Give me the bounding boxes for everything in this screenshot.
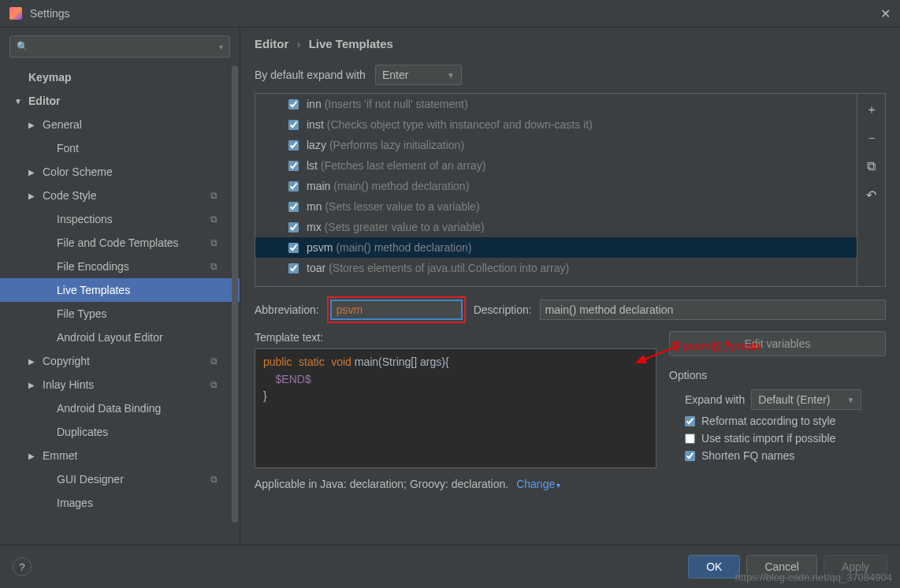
change-link[interactable]: Change▾ bbox=[516, 478, 560, 490]
templates-container: inn (Inserts 'if not null' statement)ins… bbox=[255, 93, 886, 287]
template-abbr: lazy bbox=[307, 139, 326, 151]
copy-icon: ⧉ bbox=[210, 379, 218, 390]
expand-label: By default expand with bbox=[255, 69, 366, 81]
ok-button[interactable]: OK bbox=[688, 555, 740, 579]
expand-with-value: Default (Enter) bbox=[758, 393, 830, 406]
close-icon[interactable]: ✕ bbox=[880, 6, 891, 21]
template-desc: (Fetches last element of an array) bbox=[321, 159, 485, 172]
sidebar-item-live-templates[interactable]: Live Templates bbox=[0, 278, 240, 302]
sidebar-item-file-types[interactable]: File Types bbox=[0, 302, 240, 326]
sidebar-item-color-scheme[interactable]: Color Scheme bbox=[0, 160, 240, 184]
sidebar-item-inspections[interactable]: Inspections⧉ bbox=[0, 207, 240, 231]
reformat-checkbox[interactable] bbox=[685, 416, 695, 426]
template-desc: (main() method declaration) bbox=[336, 241, 471, 254]
opt-static-import[interactable]: Use static import if possible bbox=[669, 432, 886, 445]
template-abbr: inst bbox=[307, 118, 324, 131]
template-checkbox[interactable] bbox=[288, 99, 299, 110]
expand-with-select[interactable]: Default (Enter) ▼ bbox=[751, 389, 861, 410]
app-logo-icon bbox=[9, 7, 22, 20]
main-panel: Editor › Live Templates By default expan… bbox=[240, 28, 900, 545]
template-checkbox[interactable] bbox=[288, 120, 299, 130]
edit-area: Abbreviation: Description: Template text… bbox=[255, 296, 886, 490]
static-import-checkbox[interactable] bbox=[685, 434, 695, 444]
sidebar-item-images[interactable]: Images bbox=[0, 491, 240, 515]
shorten-fq-checkbox[interactable] bbox=[685, 451, 695, 461]
tree-item-label: GUI Designer bbox=[57, 473, 124, 486]
copy-icon: ⧉ bbox=[210, 261, 218, 272]
template-abbr: inn bbox=[307, 98, 322, 110]
template-checkbox[interactable] bbox=[288, 222, 299, 233]
sidebar-item-editor[interactable]: Editor bbox=[0, 89, 240, 113]
template-checkbox[interactable] bbox=[288, 243, 299, 253]
tree-item-label: Font bbox=[57, 142, 79, 154]
template-row-mx[interactable]: mx (Sets greater value to a variable) bbox=[255, 217, 857, 237]
template-desc: (Sets lesser value to a variable) bbox=[325, 200, 479, 213]
tree-arrow-icon bbox=[28, 121, 39, 129]
template-abbr: lst bbox=[307, 159, 318, 172]
tree-item-label: General bbox=[43, 118, 82, 131]
template-row-mn[interactable]: mn (Sets lesser value to a variable) bbox=[255, 196, 857, 217]
template-row-inn[interactable]: inn (Inserts 'if not null' statement) bbox=[255, 94, 857, 114]
abbr-input[interactable] bbox=[330, 300, 463, 320]
desc-input[interactable] bbox=[540, 300, 886, 320]
template-abbr: mn bbox=[307, 200, 322, 213]
copy-icon: ⧉ bbox=[210, 237, 218, 248]
template-checkbox[interactable] bbox=[288, 263, 299, 274]
options-title: Options bbox=[669, 369, 886, 381]
copy-icon: ⧉ bbox=[210, 214, 218, 225]
template-code[interactable]: public static void main(String[] args){ … bbox=[255, 348, 656, 468]
tree-item-label: Inlay Hints bbox=[43, 378, 94, 391]
remove-icon[interactable]: － bbox=[862, 128, 881, 147]
sidebar-item-emmet[interactable]: Emmet bbox=[0, 444, 240, 467]
add-icon[interactable]: ＋ bbox=[862, 100, 881, 119]
template-desc: (main() method declaration) bbox=[333, 180, 469, 192]
sidebar-item-android-data-binding[interactable]: Android Data Binding bbox=[0, 396, 240, 420]
sidebar-item-font[interactable]: Font bbox=[0, 136, 240, 160]
tree-item-label: Inspections bbox=[57, 213, 113, 225]
sidebar-item-copyright[interactable]: Copyright⧉ bbox=[0, 349, 240, 373]
sidebar-item-file-encodings[interactable]: File Encodings⧉ bbox=[0, 255, 240, 278]
sidebar-item-gui-designer[interactable]: GUI Designer⧉ bbox=[0, 467, 240, 491]
window-title: Settings bbox=[30, 7, 70, 20]
expand-select[interactable]: Enter ▼ bbox=[375, 65, 462, 85]
template-row-lazy[interactable]: lazy (Performs lazy initialization) bbox=[255, 135, 857, 155]
sidebar-item-inlay-hints[interactable]: Inlay Hints⧉ bbox=[0, 373, 240, 396]
tree-item-label: Android Data Binding bbox=[57, 402, 161, 415]
undo-icon[interactable]: ↶ bbox=[862, 185, 881, 204]
tree-arrow-icon bbox=[28, 381, 39, 389]
tree-item-label: Duplicates bbox=[57, 426, 108, 438]
template-checkbox[interactable] bbox=[288, 202, 299, 212]
help-button[interactable]: ? bbox=[13, 557, 32, 576]
sidebar-item-duplicates[interactable]: Duplicates bbox=[0, 420, 240, 444]
opt-shorten-fq[interactable]: Shorten FQ names bbox=[669, 449, 886, 462]
breadcrumb-live-templates: Live Templates bbox=[309, 37, 393, 50]
search-input[interactable]: 🔍 ▾ bbox=[9, 35, 230, 58]
template-row-main[interactable]: main (main() method declaration) bbox=[255, 176, 857, 196]
tree-arrow-icon bbox=[14, 97, 25, 106]
sidebar-item-code-style[interactable]: Code Style⧉ bbox=[0, 184, 240, 207]
template-row-lst[interactable]: lst (Fetches last element of an array) bbox=[255, 155, 857, 176]
copy-icon[interactable]: ⧉ bbox=[862, 157, 881, 176]
sidebar-item-general[interactable]: General bbox=[0, 113, 240, 136]
sidebar-item-keymap[interactable]: Keymap bbox=[0, 65, 240, 89]
template-checkbox[interactable] bbox=[288, 161, 299, 171]
tree-item-label: Emmet bbox=[43, 449, 77, 462]
search-field[interactable] bbox=[32, 41, 219, 53]
sidebar-item-android-layout-editor[interactable]: Android Layout Editor bbox=[0, 326, 240, 349]
chevron-down-icon: ▼ bbox=[447, 71, 455, 80]
applicable-text: Applicable in Java: declaration; Groovy:… bbox=[255, 478, 508, 490]
scrollbar[interactable] bbox=[232, 65, 238, 523]
copy-icon: ⧉ bbox=[210, 474, 218, 485]
template-row-toar[interactable]: toar (Stores elements of java.util.Colle… bbox=[255, 258, 857, 278]
template-checkbox[interactable] bbox=[288, 181, 299, 192]
title-bar: Settings ✕ bbox=[0, 0, 900, 28]
tree-item-label: File and Code Templates bbox=[57, 236, 179, 249]
template-row-psvm[interactable]: psvm (main() method declaration) bbox=[255, 237, 857, 258]
tree-item-label: Copyright bbox=[43, 355, 90, 367]
template-desc: (Stores elements of java.util.Collection… bbox=[329, 262, 569, 274]
sidebar-item-file-and-code-templates[interactable]: File and Code Templates⧉ bbox=[0, 231, 240, 255]
template-checkbox[interactable] bbox=[288, 140, 299, 151]
templates-list: inn (Inserts 'if not null' statement)ins… bbox=[255, 94, 857, 286]
opt-reformat[interactable]: Reformat according to style bbox=[669, 415, 886, 427]
template-row-inst[interactable]: inst (Checks object type with instanceof… bbox=[255, 114, 857, 135]
